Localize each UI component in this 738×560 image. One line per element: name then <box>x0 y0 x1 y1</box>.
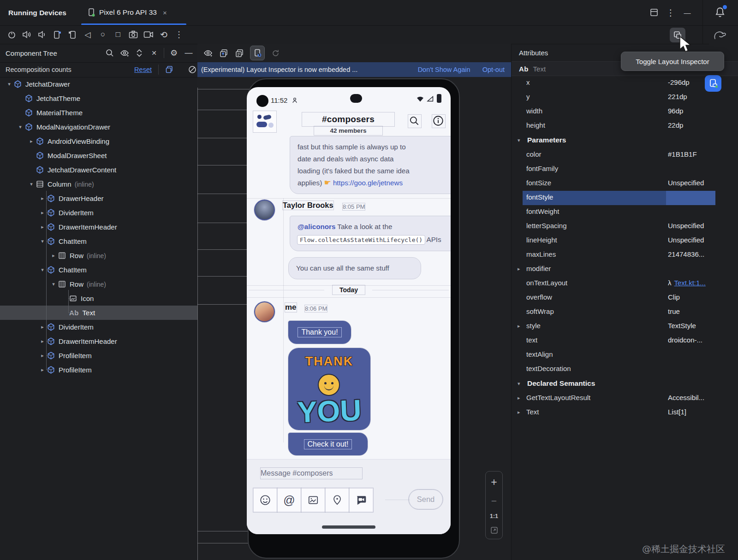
tree-item-icon[interactable]: Icon <box>0 291 197 306</box>
screenshot-camera-icon[interactable] <box>128 29 138 40</box>
attr-row-fontstyle-selected[interactable]: fontStyle <box>512 191 738 205</box>
layout-windows-icon[interactable] <box>648 6 661 19</box>
attr-row-width[interactable]: width96dp <box>512 105 738 119</box>
restart-device-icon[interactable]: ⟲ <box>159 29 169 40</box>
device-mirror-canvas[interactable]: (Experimental) Layout Inspector is now e… <box>197 44 511 560</box>
attach-image-button[interactable] <box>301 488 325 512</box>
attr-row-style[interactable]: ▸styleTextStyle <box>512 319 738 334</box>
expand-all-icon[interactable] <box>134 48 144 58</box>
search-icon[interactable] <box>105 48 115 58</box>
chevron-right-icon[interactable]: ▸ <box>38 224 47 230</box>
chat-info-icon[interactable] <box>432 115 445 128</box>
attr-row-softwrap[interactable]: softWraptrue <box>512 305 738 319</box>
parameters-section-header[interactable]: ▾Parameters <box>512 133 738 148</box>
zoom-actual-size-button[interactable]: 1:1 <box>490 513 498 519</box>
avatar-taylor-brooks[interactable] <box>254 200 275 220</box>
chevron-right-icon[interactable]: ▸ <box>27 138 36 144</box>
visibility-eye-icon[interactable] <box>119 48 130 58</box>
attr-row-textalign[interactable]: textAlign <box>512 348 738 362</box>
chevron-down-icon[interactable]: ▾ <box>5 81 14 87</box>
chevron-right-icon[interactable]: ▸ <box>38 324 47 330</box>
declared-semantics-section-header[interactable]: ▾Declared Semantics <box>512 377 738 391</box>
hide-panel-icon[interactable]: — <box>184 48 194 58</box>
tab-close-icon[interactable]: × <box>163 9 167 17</box>
emoji-button[interactable] <box>253 488 277 512</box>
tree-item-modaldrawersheet[interactable]: ModalDrawerSheet <box>0 148 197 163</box>
volume-up-icon[interactable] <box>22 29 32 40</box>
tree-item-materialtheme[interactable]: MaterialTheme <box>0 106 197 120</box>
mention-button[interactable]: @ <box>277 488 301 512</box>
zoom-in-button[interactable]: + <box>491 476 497 489</box>
attr-row-fontfamily[interactable]: fontFamily <box>512 162 738 177</box>
reset-counts-link[interactable]: Reset <box>134 66 152 73</box>
attr-row-overflow[interactable]: overflowClip <box>512 291 738 305</box>
android-back-icon[interactable]: ◁ <box>83 29 93 40</box>
rotate-right-icon[interactable] <box>67 29 77 40</box>
chat-search-icon[interactable] <box>408 115 421 128</box>
attr-row-textdecoration[interactable]: textDecoration <box>512 362 738 377</box>
attr-row-letterspacing[interactable]: letterSpacingUnspecified <box>512 219 738 234</box>
copy-stack-icon[interactable] <box>164 65 174 75</box>
message-input[interactable]: Message #composers <box>261 468 362 479</box>
tab-pixel-6-pro[interactable]: Pixel 6 Pro API 33 × <box>81 0 173 25</box>
block-highlight-icon[interactable] <box>187 65 197 75</box>
settings-gear-icon[interactable]: ⚙ <box>169 48 179 58</box>
attr-row-y[interactable]: y221dp <box>512 90 738 105</box>
attr-row-ontextlayout[interactable]: onTextLayoutλText.kt:1... <box>512 277 738 291</box>
tree-item-profileitem-1[interactable]: ▸ProfileItem <box>0 348 197 363</box>
zoom-fit-button[interactable] <box>490 526 498 534</box>
tree-item-androidviewbinding[interactable]: ▸AndroidViewBinding <box>0 134 197 148</box>
tree-item-text-selected[interactable]: AbText <box>0 306 197 320</box>
attr-row-modifier[interactable]: ▸modifier <box>512 262 738 277</box>
android-overview-icon[interactable]: □ <box>113 29 123 40</box>
snapshot-export-icon[interactable] <box>219 48 229 58</box>
chevron-down-icon[interactable]: ▾ <box>38 238 47 244</box>
chevron-right-icon[interactable]: ▸ <box>49 253 58 259</box>
hide-window-icon[interactable]: — <box>681 6 694 19</box>
opt-out-link[interactable]: Opt-out <box>482 66 505 73</box>
android-home-icon[interactable]: ○ <box>98 29 108 40</box>
chevron-down-icon[interactable]: ▾ <box>27 181 36 187</box>
tree-item-divideritem-2[interactable]: ▸DividerItem <box>0 320 197 334</box>
tree-item-modalnavigationdrawer[interactable]: ▾ModalNavigationDrawer <box>0 120 197 134</box>
attr-row-x[interactable]: x-296dp <box>512 76 738 90</box>
power-icon[interactable] <box>6 29 17 40</box>
chevron-down-icon[interactable]: ▾ <box>518 381 520 387</box>
chevron-right-icon[interactable]: ▸ <box>518 323 520 329</box>
tree-item-draweritemheader-2[interactable]: ▸DrawerItemHeader <box>0 334 197 348</box>
toolbar-more-icon[interactable]: ⋮ <box>174 29 184 40</box>
snapshot-list-icon[interactable] <box>234 48 244 58</box>
chevron-right-icon[interactable]: ▸ <box>518 266 520 272</box>
attr-row-color[interactable]: color#1B1B1F <box>512 148 738 162</box>
tree-item-divideritem[interactable]: ▸DividerItem <box>0 206 197 220</box>
attr-row-text-semantics[interactable]: ▸TextList[1] <box>512 406 738 420</box>
tree-item-row-1[interactable]: ▸Row(inline) <box>0 248 197 263</box>
jetnews-link[interactable]: https://goo.gle/jetnews <box>333 179 403 187</box>
chevron-right-icon[interactable]: ▸ <box>38 367 47 373</box>
attr-row-height[interactable]: height22dp <box>512 119 738 133</box>
tree-item-jetchatdrawercontent[interactable]: JetchatDrawerContent <box>0 163 197 177</box>
device-screen[interactable]: 11:52 #composers 42 members fast but thi… <box>247 87 451 534</box>
live-updates-enabled-button[interactable] <box>705 75 721 92</box>
avatar-me[interactable] <box>254 301 275 322</box>
mention-link[interactable]: @aliconors <box>298 223 335 230</box>
notifications-bell-icon[interactable] <box>714 6 726 18</box>
tree-item-draweritemheader[interactable]: ▸DrawerItemHeader <box>0 220 197 234</box>
chevron-right-icon[interactable]: ▸ <box>38 353 47 359</box>
volume-down-icon[interactable] <box>37 29 47 40</box>
send-button[interactable]: Send <box>409 489 443 509</box>
screen-record-icon[interactable] <box>143 29 154 40</box>
view-options-eye-icon[interactable] <box>203 48 213 58</box>
chevron-right-icon[interactable]: ▸ <box>518 409 520 415</box>
tree-item-jetchatdrawer[interactable]: ▾JetchatDrawer <box>0 77 197 91</box>
attr-row-gettextlayoutresult[interactable]: ▸GetTextLayoutResultAccessibil... <box>512 391 738 406</box>
chevron-right-icon[interactable]: ▸ <box>518 395 520 401</box>
video-chat-button[interactable] <box>349 488 373 512</box>
tree-item-jetchattheme[interactable]: JetchatTheme <box>0 91 197 106</box>
chevron-down-icon[interactable]: ▾ <box>49 281 58 287</box>
chevron-right-icon[interactable]: ▸ <box>38 195 47 201</box>
zoom-out-button[interactable]: − <box>491 495 497 507</box>
more-options-icon[interactable]: ⋮ <box>664 6 677 19</box>
chevron-right-icon[interactable]: ▸ <box>38 338 47 344</box>
attr-row-maxlines[interactable]: maxLines21474836... <box>512 248 738 262</box>
